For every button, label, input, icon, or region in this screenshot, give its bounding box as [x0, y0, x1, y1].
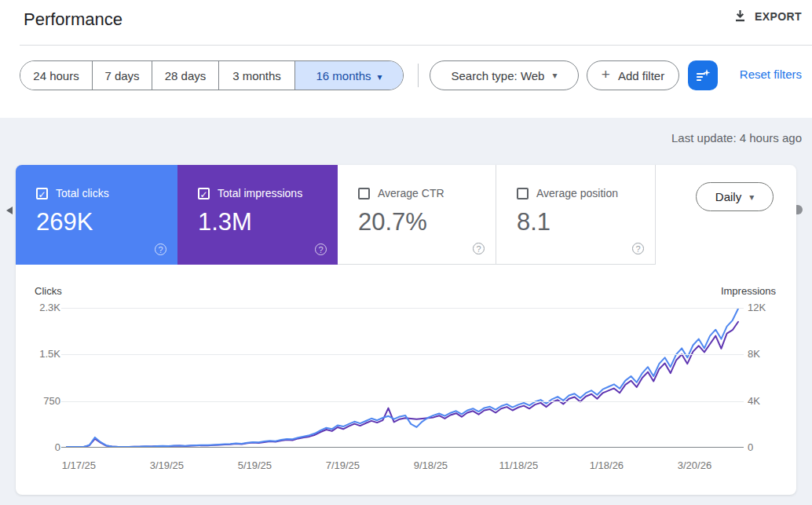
left-axis-tick: 1.5K: [16, 348, 60, 360]
ai-filter-button[interactable]: [688, 60, 718, 90]
x-axis-tick: 9/18/25: [414, 459, 448, 471]
right-axis-tick: 12K: [748, 302, 766, 313]
add-filter-button[interactable]: + Add filter: [587, 60, 679, 90]
metric-label: Total impressions: [218, 187, 302, 199]
impressions-line: [67, 322, 738, 447]
x-axis-tick: 11/18/25: [499, 459, 539, 471]
help-icon[interactable]: ?: [473, 243, 485, 254]
date-range-tabs: 24 hours 7 days 28 days 3 months 16 mont…: [20, 60, 404, 90]
right-axis-tick: 0: [748, 441, 753, 453]
metric-label: Average position: [536, 187, 618, 199]
help-icon[interactable]: ?: [315, 243, 327, 255]
download-icon: [733, 9, 747, 23]
line-chart: [67, 308, 738, 448]
x-axis-tick: 1/17/25: [62, 459, 96, 471]
metric-card-total-clicks[interactable]: ✓ Total clicks 269K ?: [16, 165, 177, 265]
export-button[interactable]: EXPORT: [733, 9, 802, 23]
x-axis-tick: 3/19/25: [150, 459, 184, 471]
checkbox-average-position[interactable]: [517, 188, 529, 199]
plus-icon: +: [602, 66, 610, 83]
gridline: [61, 447, 744, 448]
left-axis-title: Clicks: [35, 285, 62, 297]
reset-filters-link[interactable]: Reset filters: [740, 68, 802, 81]
scroll-left-arrow-icon[interactable]: [6, 207, 13, 214]
x-axis-tick: 1/18/26: [590, 459, 624, 471]
metric-value: 269K: [36, 208, 93, 236]
chevron-down-icon: ▾: [749, 192, 754, 203]
metric-value: 20.7%: [358, 208, 427, 236]
metric-card-average-ctr[interactable]: Average CTR 20.7% ?: [338, 165, 496, 265]
clicks-line: [67, 309, 738, 447]
right-axis-tick: 4K: [748, 395, 760, 407]
filter-sparkle-icon: [694, 67, 711, 84]
metric-value: 8.1: [517, 208, 550, 236]
granularity-dropdown[interactable]: Daily ▾: [696, 182, 774, 211]
last-update-text: Last update: 4 hours ago: [671, 131, 802, 145]
export-label: EXPORT: [755, 10, 802, 23]
search-type-dropdown[interactable]: Search type: Web ▾: [430, 60, 579, 90]
chevron-down-icon: ▾: [378, 71, 382, 82]
left-axis-tick: 0: [16, 441, 60, 453]
gridline: [61, 308, 744, 309]
x-axis-tick: 7/19/25: [326, 459, 360, 471]
tab-7-days[interactable]: 7 days: [93, 61, 152, 90]
metric-card-total-impressions[interactable]: ✓ Total impressions 1.3M ?: [177, 165, 338, 265]
help-icon[interactable]: ?: [155, 243, 166, 255]
page-title: Performance: [24, 9, 123, 30]
checkbox-total-clicks[interactable]: ✓: [36, 188, 48, 199]
right-axis-tick: 8K: [748, 348, 760, 360]
tab-16-months[interactable]: 16 months▾: [295, 61, 403, 90]
chart-plot-area[interactable]: [67, 308, 738, 448]
tab-24-hours[interactable]: 24 hours: [20, 61, 93, 90]
checkbox-total-impressions[interactable]: ✓: [198, 188, 210, 199]
left-axis-tick: 2.3K: [16, 302, 60, 313]
filter-divider: [418, 64, 419, 87]
metric-card-average-position[interactable]: Average position 8.1 ?: [496, 165, 656, 265]
gridline: [61, 401, 744, 402]
metric-label: Average CTR: [378, 187, 444, 199]
metric-label: Total clicks: [56, 187, 109, 199]
gridline: [61, 354, 744, 355]
checkbox-average-ctr[interactable]: [358, 188, 370, 199]
metric-value: 1.3M: [198, 208, 252, 236]
left-axis-tick: 750: [16, 395, 60, 407]
horizontal-scrollbar: [0, 101, 812, 118]
x-axis-tick: 5/19/25: [238, 459, 272, 471]
tab-3-months[interactable]: 3 months: [219, 61, 295, 90]
right-axis-title: Impressions: [721, 285, 776, 297]
performance-panel: ✓ Total clicks 269K ? ✓ Total impression…: [16, 165, 796, 495]
header-divider: [20, 45, 812, 46]
tab-28-days[interactable]: 28 days: [152, 61, 219, 90]
x-axis-tick: 3/20/26: [678, 459, 711, 471]
chevron-down-icon: ▾: [552, 70, 557, 81]
help-icon[interactable]: ?: [632, 243, 644, 254]
header: Performance EXPORT 24 hours 7 days 28 da…: [0, 0, 812, 118]
